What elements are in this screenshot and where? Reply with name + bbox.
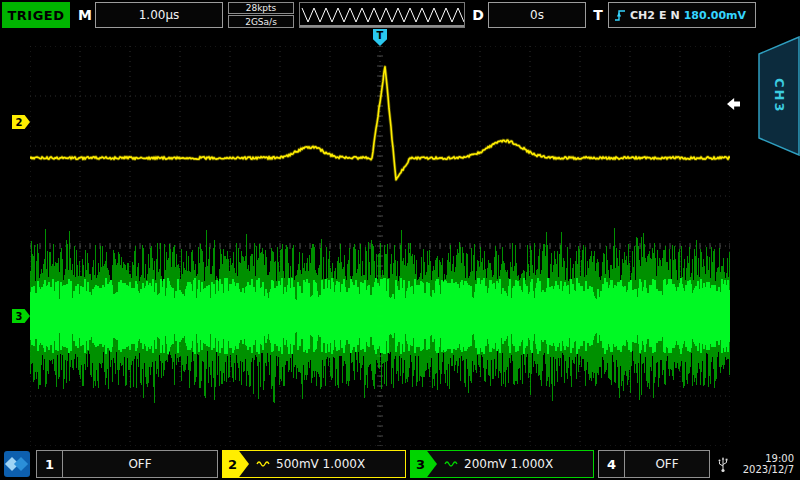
trigger-source: CH2 <box>630 9 655 22</box>
memory-depth-value: 28kpts <box>228 2 294 14</box>
horizontal-delay-value[interactable]: 0s <box>488 2 586 28</box>
waveform-traces <box>30 46 730 446</box>
trigger-mode: E <box>659 9 667 22</box>
waveform-preview[interactable] <box>299 2 465 28</box>
ch3-number: 3 <box>411 451 437 477</box>
trigger-level: 180.00mV <box>684 9 746 22</box>
usb-icon <box>716 456 730 473</box>
ch4-menu-box[interactable]: 4 OFF <box>598 450 710 478</box>
trigger-coupling: N <box>670 9 679 22</box>
preview-zigzag-icon <box>300 3 464 27</box>
ch2-menu-box[interactable]: 2 500mV 1.000X <box>222 450 406 478</box>
ch2-coupling-icon <box>256 459 270 469</box>
ch2-number: 2 <box>223 451 249 477</box>
ch1-menu-box[interactable]: 1 OFF <box>36 450 218 478</box>
bottom-channel-bar: 1 OFF 2 500mV 1.000X 3 200mV 1.000X 4 OF… <box>0 448 800 480</box>
time-text: 19:00 <box>765 453 794 464</box>
ch4-number: 4 <box>599 451 625 477</box>
ch3-coupling-icon <box>444 459 458 469</box>
trigger-info-box[interactable]: CH2 E N 180.00mV <box>608 2 756 28</box>
brand-logo <box>4 451 30 477</box>
sample-rate-value: 2GSa/s <box>228 15 294 28</box>
ch2-position-marker[interactable]: 2 <box>12 115 30 129</box>
trigger-label: T <box>590 2 606 28</box>
ch4-status: OFF <box>625 457 709 471</box>
date-text: 2023/12/7 <box>743 464 794 475</box>
oscilloscope-screen: TRIGED M 1.00µs 28kpts 2GSa/s D 0s T CH2… <box>0 0 800 480</box>
trigger-position-marker[interactable]: T <box>373 29 387 46</box>
rising-edge-icon <box>614 8 626 22</box>
ch3-position-marker[interactable]: 3 <box>12 309 30 323</box>
trigger-status-badge: TRIGED <box>2 2 70 28</box>
timebase-value[interactable]: 1.00µs <box>95 2 223 28</box>
ch1-number: 1 <box>37 451 63 477</box>
ch3-menu-box[interactable]: 3 200mV 1.000X <box>410 450 594 478</box>
timebase-label: M <box>77 2 93 28</box>
ch2-setting: 500mV 1.000X <box>276 457 365 471</box>
ch3-setting: 200mV 1.000X <box>464 457 553 471</box>
ch1-status: OFF <box>63 457 217 471</box>
delay-label: D <box>470 2 486 28</box>
ch3-tab[interactable]: CH3 <box>758 36 800 156</box>
clock: 19:00 2023/12/7 <box>734 450 796 478</box>
